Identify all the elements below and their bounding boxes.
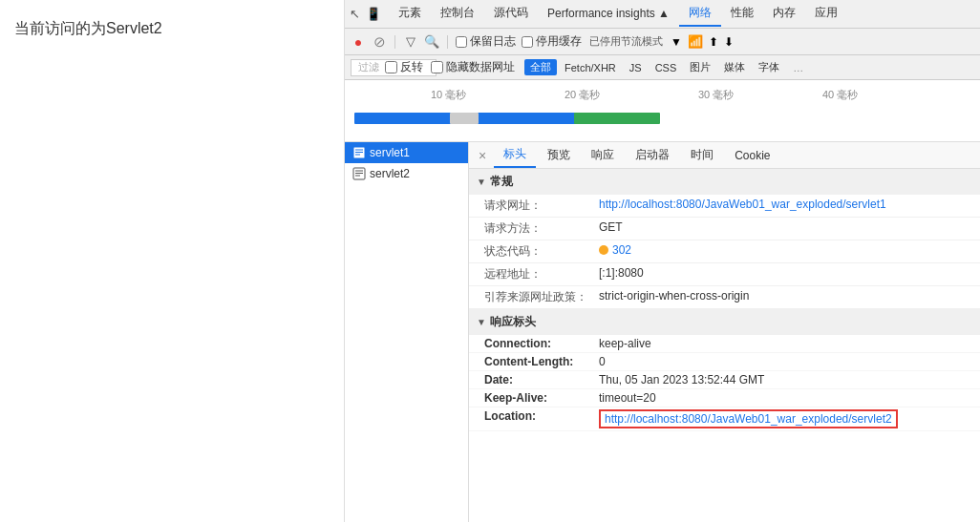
file-name-servlet1: servlet1 (370, 146, 410, 159)
search-button[interactable]: 🔍 (424, 34, 439, 50)
upload-icon[interactable]: ⬆ (709, 35, 718, 49)
disable-cache-label[interactable]: 停用缓存 (522, 33, 582, 50)
filter-font[interactable]: 字体 (753, 59, 785, 75)
tab-performance[interactable]: 性能 (721, 1, 763, 27)
remote-address-key: 远程地址： (484, 266, 599, 282)
location-row: Location: http://localhost:8080/JavaWeb0… (469, 407, 980, 431)
timeline-bars (354, 109, 970, 128)
filter-fetch-xhr[interactable]: Fetch/XHR (559, 61, 622, 74)
referrer-policy-key: 引荐来源网址政策： (484, 289, 599, 305)
filter-button[interactable]: ▽ (403, 34, 418, 50)
status-code-key: 状态代码： (484, 243, 599, 260)
record-button[interactable]: ● (351, 34, 366, 50)
timeline-area: 10 毫秒 20 毫秒 30 毫秒 40 毫秒 (345, 80, 980, 142)
ruler-20ms: 20 毫秒 (565, 88, 600, 102)
tab-memory[interactable]: 内存 (763, 1, 805, 27)
throttle-arrow[interactable]: ▼ (671, 35, 682, 49)
keep-alive-value: timeout=20 (599, 391, 656, 405)
location-value: http://localhost:8080/JavaWeb01_war_expl… (599, 409, 898, 428)
detail-tab-preview[interactable]: 预览 (538, 143, 580, 167)
file-list: servlet1 servlet2 (345, 142, 469, 522)
tab-application[interactable]: 应用 (805, 1, 847, 27)
request-method-row: 请求方法： GET (469, 218, 980, 240)
hide-data-urls-text: 隐藏数据网址 (446, 59, 515, 75)
tab-performance-insights[interactable]: Performance insights ▲ (538, 3, 679, 26)
connection-value: keep-alive (599, 337, 651, 350)
left-panel: 当前访问的为Servlet2 (0, 0, 344, 522)
detail-tab-cookie[interactable]: Cookie (725, 145, 779, 166)
referrer-policy-value: strict-origin-when-cross-origin (599, 289, 749, 303)
connection-key: Connection: (484, 337, 599, 350)
cursor-icon[interactable]: ↖ (350, 7, 360, 21)
file-item-servlet2[interactable]: servlet2 (345, 163, 468, 184)
date-value: Thu, 05 Jan 2023 13:52:44 GMT (599, 373, 764, 386)
invert-checkbox[interactable] (385, 61, 397, 73)
filter-media[interactable]: 媒体 (718, 59, 751, 75)
detail-close-button[interactable]: × (473, 148, 492, 163)
detail-tab-initiator[interactable]: 启动器 (626, 143, 679, 167)
date-row: Date: Thu, 05 Jan 2023 13:52:44 GMT (469, 371, 980, 389)
hide-data-urls-label[interactable]: 隐藏数据网址 (431, 59, 515, 75)
content-length-key: Content-Length: (484, 355, 599, 368)
detail-panel: × 标头 预览 响应 启动器 时间 Cookie 常规 请求网址： http:/… (469, 142, 980, 522)
filter-all[interactable]: 全部 (524, 59, 557, 75)
keep-alive-key: Keep-Alive: (484, 391, 599, 405)
preserve-log-checkbox[interactable] (456, 36, 467, 48)
preserve-log-label[interactable]: 保留日志 (456, 33, 516, 50)
wifi-icon: 📶 (688, 34, 703, 49)
response-headers-section-header[interactable]: 响应标头 (469, 309, 980, 335)
tab-elements[interactable]: 元素 (389, 1, 431, 27)
detail-tab-timing[interactable]: 时间 (681, 143, 723, 167)
divider-1 (394, 35, 395, 49)
preserve-log-text: 保留日志 (470, 33, 516, 50)
devtools-icons: ↖ 📱 (350, 7, 381, 21)
tab-network[interactable]: 网络 (679, 1, 721, 27)
filter-more[interactable]: … (787, 61, 809, 74)
file-item-servlet1[interactable]: servlet1 (345, 142, 468, 163)
main-area: servlet1 servlet2 × 标头 预览 响应 启动器 (345, 142, 980, 522)
mobile-icon[interactable]: 📱 (366, 7, 381, 21)
hide-data-urls-checkbox[interactable] (431, 61, 443, 73)
referrer-policy-row: 引荐来源网址政策： strict-origin-when-cross-origi… (469, 286, 980, 309)
stop-button[interactable]: ⊘ (372, 34, 387, 50)
status-code-text: 302 (612, 243, 631, 257)
file-icon-servlet1 (352, 146, 366, 159)
detail-tab-response[interactable]: 响应 (582, 143, 624, 167)
invert-label[interactable]: 反转 (385, 59, 423, 75)
date-key: Date: (484, 373, 599, 386)
remote-address-row: 远程地址： [:1]:8080 (469, 263, 980, 286)
tab-console[interactable]: 控制台 (431, 1, 484, 27)
devtools-tab-bar: ↖ 📱 元素 控制台 源代码 Performance insights ▲ 网络… (345, 0, 980, 29)
streaming-text: 已停用节流模式 (587, 34, 665, 49)
ruler-10ms: 10 毫秒 (431, 88, 466, 102)
filter-type-buttons: 全部 Fetch/XHR JS CSS 图片 媒体 字体 … (524, 59, 809, 75)
invert-text: 反转 (400, 59, 423, 75)
request-url-row: 请求网址： http://localhost:8080/JavaWeb01_wa… (469, 195, 980, 218)
devtools-panel: ↖ 📱 元素 控制台 源代码 Performance insights ▲ 网络… (344, 0, 980, 522)
filter-checkboxes: 反转 隐藏数据网址 (385, 59, 515, 75)
request-url-key: 请求网址： (484, 198, 599, 214)
disable-cache-checkbox[interactable] (522, 36, 533, 48)
timeline-bar-gray (450, 113, 479, 124)
remote-address-value: [:1]:8080 (599, 266, 644, 280)
content-length-row: Content-Length: 0 (469, 353, 980, 371)
detail-tab-headers[interactable]: 标头 (494, 142, 536, 168)
detail-tabs: × 标头 预览 响应 启动器 时间 Cookie (469, 142, 980, 169)
filter-img[interactable]: 图片 (684, 59, 716, 75)
request-url-value: http://localhost:8080/JavaWeb01_war_expl… (599, 198, 886, 211)
general-section-header[interactable]: 常规 (469, 169, 980, 195)
file-icon-servlet2 (352, 167, 366, 180)
download-icon[interactable]: ⬇ (724, 35, 734, 49)
location-key: Location: (484, 409, 599, 428)
tab-sources[interactable]: 源代码 (484, 1, 538, 27)
status-code-value: 302 (599, 243, 631, 257)
file-name-servlet2: servlet2 (370, 167, 410, 180)
filter-js[interactable]: JS (624, 61, 648, 74)
disable-cache-text: 停用缓存 (536, 33, 582, 50)
timeline-ruler: 10 毫秒 20 毫秒 30 毫秒 40 毫秒 (354, 84, 970, 103)
status-dot (599, 245, 608, 255)
filter-bar: 过滤 反转 隐藏数据网址 全部 Fetch/XHR JS CSS 图片 媒体 字… (345, 55, 980, 80)
filter-css[interactable]: CSS (650, 61, 683, 74)
ruler-40ms: 40 毫秒 (822, 88, 858, 102)
keep-alive-row: Keep-Alive: timeout=20 (469, 389, 980, 407)
